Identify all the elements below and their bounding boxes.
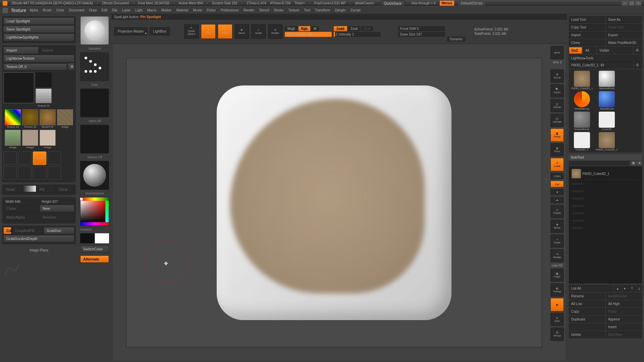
menu-render[interactable]: Render [241,8,257,13]
maximize-button[interactable]: ▢ [629,1,635,6]
aahalf-button[interactable]: ◰AAHalf [550,114,564,127]
zcut-button[interactable]: Zcut [361,26,373,31]
menu-preferences[interactable]: Preferences [219,8,241,13]
menu-tool[interactable]: Tool [302,8,312,13]
gradient-label[interactable]: Gradient [80,228,109,231]
menu-document[interactable]: Document [67,8,87,13]
model-cube[interactable] [217,85,451,320]
flip-v-icon[interactable] [33,166,46,180]
image-swatch-4[interactable] [40,130,56,146]
image-swatch-1[interactable] [57,109,73,125]
subtool-item-0[interactable]: PM3D_Cube3D_1 [570,168,641,180]
menu-color[interactable]: Color [54,8,66,13]
sub-top-icon[interactable]: ⤒ [628,285,635,292]
secondary-color[interactable] [80,233,94,243]
spix-label[interactable]: SPix 3 [553,61,561,64]
grabdocanddepth-button[interactable]: GrabDocAndDepth [3,235,74,242]
texture-off-swatch[interactable]: Texture Off [36,72,52,87]
lightbox-button[interactable]: LightBox [150,27,170,36]
solo-button[interactable]: ●Solo [550,313,564,326]
zadd-button[interactable]: Zadd [334,26,347,31]
stroke-preview[interactable] [80,52,109,81]
tool-pm3dcube[interactable] [599,132,615,148]
actual-button[interactable]: ◱Actual [550,99,564,112]
frame-button[interactable]: ◻Frame [550,205,564,218]
mrgb-button[interactable]: Mrgb [285,26,298,31]
menus-button[interactable]: Menus [440,1,454,6]
import-tool-button[interactable]: Import [569,32,605,39]
tool-alphabrush[interactable] [599,91,615,107]
tool-r-button[interactable]: R [634,62,642,69]
save-as-button[interactable]: Save As [606,16,642,23]
quicksketch-button[interactable]: ✎Quick Sketch [184,24,199,39]
menu-picker[interactable]: Picker [205,8,218,13]
sub-down-icon[interactable]: ▾ [621,285,628,292]
scroll-button[interactable]: ⊞Scroll [550,69,564,83]
fill-button[interactable]: Fill [37,186,55,193]
dynamic-button[interactable]: Dynamic [447,37,466,42]
brush-preview[interactable] [80,16,109,45]
floor-button[interactable]: ▥Floor [550,143,564,157]
lightbox-texture-button[interactable]: Lightbox▸Texture [3,55,74,62]
menu-stencil[interactable]: Stencil [257,8,271,13]
menu-light[interactable]: Light [133,8,145,13]
clone-button[interactable]: Clone [3,205,38,212]
zsub-button[interactable]: Zsub [348,26,361,31]
list-all-button[interactable]: List All [569,285,613,292]
rgb-button[interactable]: Rgb [299,26,310,31]
goz-r-button[interactable]: R [634,47,642,54]
menu-edit[interactable]: Edit [100,8,109,13]
draw-size-slider[interactable]: Draw Size 197 [398,32,445,37]
autoreorder-button[interactable]: AutoReorder [606,293,642,300]
ghost-button[interactable]: ◐ [550,298,564,311]
current-tool-name[interactable]: PM3D_Cube3D_1. 49 [569,62,633,69]
texture-02-swatch[interactable] [22,109,38,125]
rotate-ccw-icon[interactable] [3,166,17,180]
remove-button[interactable]: Remove [40,214,74,221]
z-intensity-slider[interactable]: Z Intensity 1 [334,32,381,37]
xpose-button[interactable]: ⊞XPose [550,327,564,341]
gradient-strip[interactable] [22,186,36,192]
color-picker[interactable] [80,197,109,226]
persp-button[interactable]: ▦Persp [550,128,564,142]
z-lock-icon[interactable]: ⬌ [550,197,564,203]
all-low-button[interactable]: All Low [569,300,605,307]
subtool-arrow-icon[interactable]: ◄ [637,161,642,166]
menu-material[interactable]: Material [174,8,191,13]
subtool-header[interactable]: SubTool [569,155,642,160]
rotate-canvas-button[interactable]: ⟲Rotate [550,249,564,262]
image-swatch-3[interactable] [22,130,38,146]
makealpha-button[interactable]: MakeAlpha [3,214,38,221]
menu-movie[interactable]: Movie [191,8,204,13]
menu-transform[interactable]: Transform [313,8,332,13]
delete-button[interactable]: Delete [569,331,605,338]
load-tool-button[interactable]: Load Tool [569,16,605,23]
sub-up-icon[interactable]: ▴ [614,285,621,292]
menu-alpha[interactable]: Alpha [28,8,40,13]
close-button[interactable]: × [635,1,641,6]
tool-spherebrush[interactable] [599,71,615,87]
spotlight-icon-4[interactable] [48,152,61,165]
image-swatch-2[interactable] [5,130,21,146]
cd-button[interactable]: Cd [3,227,11,234]
menu-brush[interactable]: Brush [41,8,54,13]
menu-stroke[interactable]: Stroke [272,8,286,13]
y-lock-icon[interactable]: ⬍ [550,189,564,195]
scale-canvas-button[interactable]: ⤢Scale [550,234,564,248]
goz-visible-button[interactable]: Visible [597,47,633,54]
copy-tool-button[interactable]: Copy Tool [569,24,605,31]
scale-button[interactable]: ⤢Scale [251,24,266,39]
move-canvas-button[interactable]: ✥Move [550,220,564,233]
switchcolor-button[interactable]: SwitchColor [80,245,109,253]
all-high-button[interactable]: All High [606,300,642,307]
menu-layer[interactable]: Layer [120,8,132,13]
del-other-button[interactable]: Del Other [606,331,642,338]
texture-40-swatch[interactable] [5,109,21,125]
load-spotlight-button[interactable]: Load Spotlight [3,17,74,25]
insert-button[interactable]: Insert [606,323,642,330]
clone-tool-button[interactable]: Clone [569,39,605,46]
seethrough-slider[interactable]: See-through > 0 [412,1,436,5]
rename-button[interactable]: Rename [569,293,605,300]
texture-large-preview[interactable] [3,72,34,103]
cropandfill-button[interactable]: CropAndFill [12,227,43,234]
